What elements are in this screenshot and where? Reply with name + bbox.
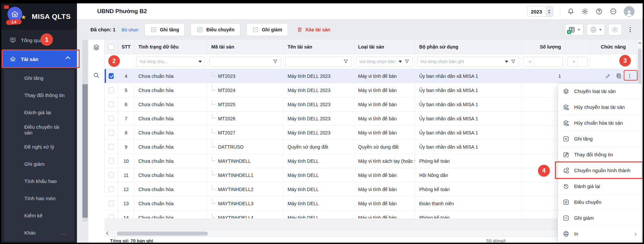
row-checkbox[interactable] [109, 215, 114, 218]
filter-funnel-icon[interactable] [510, 59, 516, 64]
table-row[interactable]: 10 Chưa chuẩn hóa MAYTINHDELL Máy tính D… [105, 154, 637, 168]
notifications-bell-icon[interactable] [567, 8, 574, 15]
help-icon[interactable] [595, 8, 603, 15]
sidebar-subitem[interactable]: Kiểm kê [4, 207, 74, 224]
sidebar-subitem[interactable]: Tính hao mòn [4, 190, 74, 207]
row-checkbox-cell[interactable] [105, 97, 118, 111]
row-checkbox[interactable] [109, 186, 114, 192]
context-menu-item[interactable]: Hủy chuẩn hóa tài sản [558, 115, 641, 131]
row-checkbox[interactable] [109, 158, 114, 164]
select-all-checkbox[interactable] [105, 40, 118, 54]
extra-filter-input-box[interactable]: = [567, 57, 588, 67]
row-checkbox[interactable] [109, 87, 114, 93]
duplicate-copy-icon[interactable] [616, 73, 622, 79]
row-checkbox[interactable] [109, 201, 114, 206]
sidebar-item-assets[interactable]: Tài sản [1, 51, 77, 67]
row-checkbox[interactable] [109, 101, 114, 107]
grid-settings-button[interactable] [608, 24, 622, 35]
row-checkbox-cell[interactable] [105, 83, 118, 97]
context-menu-item[interactable]: Ghi giảm [558, 210, 641, 226]
row-more-dots-icon[interactable] [626, 73, 633, 79]
transfer-button[interactable]: Điều chuyển [191, 23, 240, 36]
table-row[interactable]: 8 Chưa chuẩn hóa MT2027 Máy tính DELL 20… [105, 126, 637, 140]
row-checkbox-cell[interactable] [105, 126, 118, 140]
sidebar-subitem[interactable]: Ghi tăng [4, 69, 74, 87]
edit-pencil-icon[interactable] [605, 73, 611, 79]
col-header-status[interactable]: Tình trạng dữ liệu [134, 40, 207, 54]
settings-gear-icon[interactable] [581, 8, 589, 15]
type-filter-dropdown[interactable]: Vui lòng chọn bản ... [356, 57, 413, 67]
sidebar-subitem[interactable]: Đánh giá lại [4, 104, 74, 121]
code-filter-input-box[interactable] [209, 57, 281, 67]
context-menu-item[interactable]: Ghi tăng [558, 131, 641, 147]
table-row[interactable]: 11 Chưa chuẩn hóa MAYTINHDELL1 Máy tính … [105, 168, 637, 182]
context-menu-item[interactable]: In › [558, 226, 641, 242]
context-menu-item[interactable]: Hủy chuyển loại tài sản [558, 99, 641, 115]
row-checkbox[interactable] [109, 144, 114, 150]
search-icon[interactable] [93, 72, 100, 79]
scroll-left-arrow-icon[interactable] [106, 231, 110, 235]
row-checkbox-cell[interactable] [105, 182, 118, 196]
table-row[interactable]: 14 Chưa chuẩn hóa MAYTINHDELL4 Máy tính … [105, 211, 637, 218]
sidebar-scrollbar[interactable] [82, 23, 88, 222]
qty-filter-input-box[interactable]: = [524, 57, 563, 67]
sidebar-subitem[interactable]: Điều chuyển tài sản [4, 121, 74, 138]
layers-icon[interactable] [93, 44, 100, 51]
add-asset-button[interactable]: Ghi tăng [144, 23, 185, 36]
decrease-button[interactable]: Ghi giảm [246, 23, 288, 36]
year-selector[interactable]: 2023 [527, 6, 553, 17]
delete-asset-button[interactable]: Xóa tài sản [297, 27, 330, 33]
row-checkbox-cell[interactable] [105, 196, 118, 210]
table-row[interactable]: 4 Chưa chuẩn hóa MT2023 Máy tính DELL 20… [105, 69, 637, 83]
context-menu-item[interactable]: Thay đổi thông tin [558, 147, 641, 163]
filter-funnel-icon[interactable] [404, 59, 410, 64]
filter-funnel-icon[interactable] [272, 59, 278, 64]
qty-filter-input[interactable] [537, 59, 560, 64]
sidebar-subitem[interactable]: Thay đổi thông tin [4, 87, 74, 104]
context-menu-item[interactable]: Đánh giá lại [558, 179, 641, 194]
table-row[interactable]: 6 Chưa chuẩn hóa MT2025 Máy tính DELL 20… [105, 97, 637, 112]
name-filter-input-box[interactable] [286, 57, 352, 67]
toolbar-more-button[interactable] [625, 24, 635, 35]
table-row[interactable]: 12 Chưa chuẩn hóa MAYTINHDELL2 Máy tính … [105, 182, 637, 196]
filter-funnel-icon[interactable] [343, 59, 349, 64]
equals-operator[interactable]: = [527, 57, 534, 66]
col-header-name[interactable]: Tên tài sản [284, 40, 354, 54]
avatar[interactable] [624, 6, 635, 17]
row-checkbox[interactable] [109, 116, 114, 121]
row-checkbox[interactable] [109, 172, 114, 178]
table-row[interactable]: 13 Chưa chuẩn hóa MAYTINHDELL3 Máy tính … [105, 196, 637, 211]
sidebar-subitem[interactable]: Tính khấu hao [4, 173, 74, 190]
more-options-icon[interactable] [610, 8, 617, 15]
context-menu-item[interactable]: Chuyển loại tài sản [558, 84, 641, 99]
sidebar-subitem[interactable]: Đề nghị xử lý [4, 138, 74, 155]
name-filter-input[interactable] [289, 59, 341, 64]
row-checkbox-cell[interactable] [105, 168, 118, 182]
export-excel-button[interactable]: X [565, 24, 583, 35]
row-checkbox-cell[interactable] [105, 69, 118, 83]
dept-filter-dropdown[interactable]: Vui lòng chọn bản ghi [417, 57, 519, 67]
table-row[interactable]: 7 Chưa chuẩn hóa MT2026 Máy tính DELL 20… [105, 112, 637, 126]
horizontal-scrollbar-thumb[interactable] [117, 232, 208, 236]
horizontal-scrollbar[interactable] [105, 230, 637, 237]
sidebar-subitem[interactable]: Khác ... [4, 224, 74, 241]
scroll-up-arrow-icon[interactable] [638, 42, 642, 45]
table-row[interactable]: 5 Chưa chuẩn hóa MT2024 Máy tính DELL 20… [105, 83, 637, 97]
extra-filter-input[interactable] [581, 59, 585, 64]
row-checkbox-cell[interactable] [105, 154, 118, 168]
row-checkbox[interactable] [109, 130, 114, 135]
code-filter-input[interactable] [212, 59, 270, 64]
context-menu-item[interactable]: Chuyển nguồn hình thành [558, 163, 641, 179]
row-checkbox-cell[interactable] [105, 140, 118, 154]
table-row[interactable]: 9 Chưa chuẩn hóa DATTRUSO Quyền sử dụng … [105, 140, 637, 154]
sidebar-subitem[interactable]: Ghi giảm [4, 155, 74, 173]
row-checkbox[interactable] [109, 73, 114, 79]
equals-operator[interactable]: = [570, 57, 578, 66]
print-button[interactable] [587, 24, 605, 35]
sidebar-scrollbar-thumb[interactable] [82, 84, 88, 218]
spinner-up-icon[interactable] [548, 9, 551, 11]
col-header-stt[interactable]: STT [118, 40, 134, 54]
context-menu-item[interactable]: Điều chuyển [558, 194, 641, 210]
col-header-type[interactable]: Loại tài sản [354, 40, 415, 54]
col-header-qty[interactable]: Số lượng [521, 40, 565, 54]
